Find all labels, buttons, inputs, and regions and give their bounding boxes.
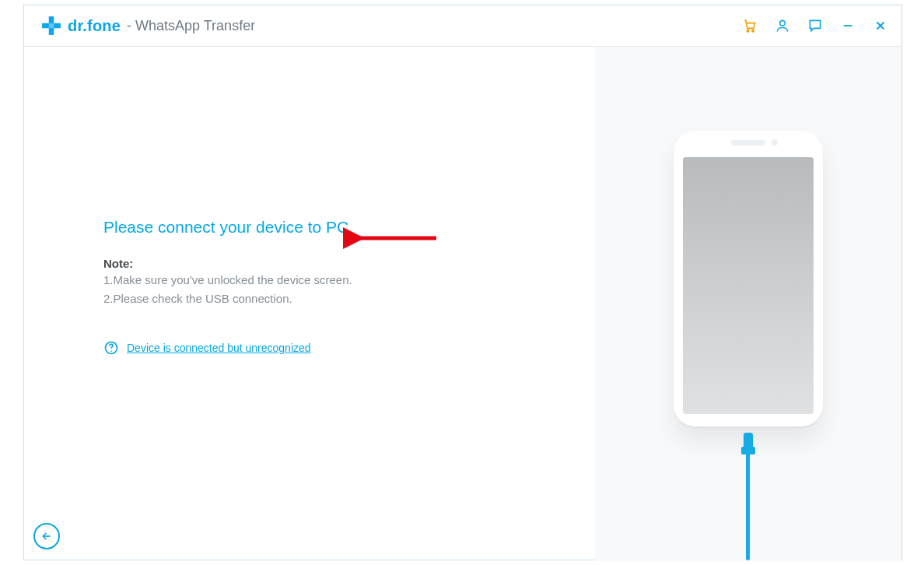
svg-point-10 [110,350,112,352]
minimize-icon [841,19,855,33]
usb-cable [746,450,750,560]
right-pane [595,47,901,560]
app-logo: dr.fone [41,16,121,36]
app-subtitle: - WhatsApp Transfer [127,18,255,34]
titlebar: dr.fone - WhatsApp Transfer [24,5,901,47]
user-icon [775,18,790,33]
app-window: dr.fone - WhatsApp Transfer [23,5,902,560]
cable-connector [744,433,753,450]
svg-point-3 [747,30,749,31]
brand-name: dr.fone [68,17,121,35]
unrecognized-help-link[interactable]: Device is connected but unrecognized [127,342,311,354]
left-pane: Please connect your device to PC Note: 1… [24,47,595,560]
feedback-button[interactable] [807,17,824,34]
note-label: Note: [103,257,564,270]
svg-point-4 [752,30,754,31]
phone-illustration [674,131,823,426]
content-area: Please connect your device to PC Note: 1… [24,47,901,560]
help-icon [103,340,119,356]
phone-screen [683,157,814,414]
svg-point-5 [780,20,786,26]
cart-icon [742,18,758,33]
svg-rect-2 [49,23,54,29]
close-button[interactable] [872,17,889,34]
arrow-left-icon [40,530,53,542]
account-button[interactable] [774,17,791,34]
logo-icon [41,16,61,36]
phone-speaker [731,140,765,146]
note-line-2: 2.Please check the USB connection. [103,290,564,307]
phone-camera [772,139,778,146]
note-line-1: 1.Make sure you've unlocked the device s… [103,272,564,289]
connect-heading: Please connect your device to PC [103,218,564,237]
chat-icon [807,18,823,33]
minimize-button[interactable] [839,17,856,34]
help-row: Device is connected but unrecognized [103,340,564,356]
close-icon [873,19,887,33]
back-button[interactable] [33,523,60,549]
window-controls [741,17,889,34]
cart-button[interactable] [741,17,758,34]
